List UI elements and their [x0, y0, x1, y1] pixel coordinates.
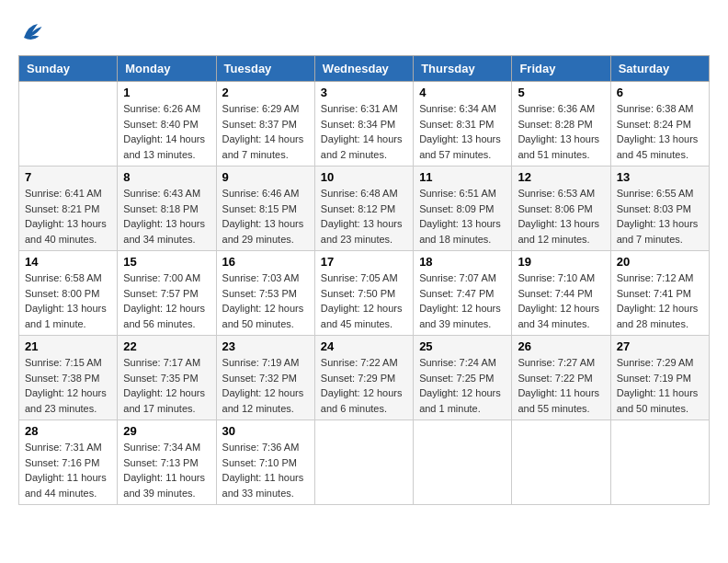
calendar-cell [314, 420, 413, 505]
calendar-cell: 9Sunrise: 6:46 AM Sunset: 8:15 PM Daylig… [216, 167, 314, 251]
calendar-cell: 6Sunrise: 6:38 AM Sunset: 8:24 PM Daylig… [610, 82, 709, 167]
logo [18, 18, 50, 46]
day-number: 30 [222, 424, 309, 438]
day-number: 5 [518, 86, 604, 99]
calendar-cell: 4Sunrise: 6:34 AM Sunset: 8:31 PM Daylig… [414, 82, 512, 167]
calendar-cell: 14Sunrise: 6:58 AM Sunset: 8:00 PM Dayli… [19, 251, 118, 336]
calendar-cell: 1Sunrise: 6:26 AM Sunset: 8:40 PM Daylig… [118, 82, 216, 167]
day-info: Sunrise: 6:48 AM Sunset: 8:12 PM Dayligh… [321, 186, 407, 247]
calendar-cell: 25Sunrise: 7:24 AM Sunset: 7:25 PM Dayli… [414, 336, 512, 420]
day-number: 1 [123, 86, 210, 99]
day-number: 23 [222, 339, 309, 353]
day-number: 3 [321, 86, 407, 99]
day-info: Sunrise: 7:05 AM Sunset: 7:50 PM Dayligh… [321, 270, 407, 331]
day-number: 14 [25, 255, 111, 269]
day-number: 4 [419, 86, 506, 99]
calendar-week-row: 14Sunrise: 6:58 AM Sunset: 8:00 PM Dayli… [19, 251, 710, 336]
day-number: 8 [123, 170, 210, 184]
day-info: Sunrise: 6:34 AM Sunset: 8:31 PM Dayligh… [419, 101, 506, 162]
calendar-cell: 24Sunrise: 7:22 AM Sunset: 7:29 PM Dayli… [314, 336, 413, 420]
day-info: Sunrise: 7:19 AM Sunset: 7:32 PM Dayligh… [222, 355, 309, 416]
day-info: Sunrise: 7:24 AM Sunset: 7:25 PM Dayligh… [419, 355, 506, 416]
day-number: 2 [222, 86, 309, 99]
day-info: Sunrise: 7:27 AM Sunset: 7:22 PM Dayligh… [518, 355, 604, 416]
calendar-cell: 29Sunrise: 7:34 AM Sunset: 7:13 PM Dayli… [118, 420, 216, 505]
calendar-cell: 28Sunrise: 7:31 AM Sunset: 7:16 PM Dayli… [19, 420, 118, 505]
day-number: 18 [419, 255, 506, 269]
calendar-cell: 13Sunrise: 6:55 AM Sunset: 8:03 PM Dayli… [610, 167, 709, 251]
calendar-cell [414, 420, 512, 505]
day-info: Sunrise: 7:17 AM Sunset: 7:35 PM Dayligh… [123, 355, 210, 416]
day-info: Sunrise: 6:55 AM Sunset: 8:03 PM Dayligh… [617, 186, 703, 247]
calendar-cell: 16Sunrise: 7:03 AM Sunset: 7:53 PM Dayli… [216, 251, 314, 336]
calendar-cell: 3Sunrise: 6:31 AM Sunset: 8:34 PM Daylig… [314, 82, 413, 167]
column-header-sunday: Sunday [19, 56, 118, 82]
calendar-week-row: 21Sunrise: 7:15 AM Sunset: 7:38 PM Dayli… [19, 336, 710, 420]
calendar-cell: 2Sunrise: 6:29 AM Sunset: 8:37 PM Daylig… [216, 82, 314, 167]
calendar-cell: 23Sunrise: 7:19 AM Sunset: 7:32 PM Dayli… [216, 336, 314, 420]
column-header-saturday: Saturday [610, 56, 709, 82]
day-info: Sunrise: 7:07 AM Sunset: 7:47 PM Dayligh… [419, 270, 506, 331]
calendar-cell: 10Sunrise: 6:48 AM Sunset: 8:12 PM Dayli… [314, 167, 413, 251]
calendar-cell: 7Sunrise: 6:41 AM Sunset: 8:21 PM Daylig… [19, 167, 118, 251]
day-info: Sunrise: 6:41 AM Sunset: 8:21 PM Dayligh… [25, 186, 111, 247]
calendar-cell: 20Sunrise: 7:12 AM Sunset: 7:41 PM Dayli… [610, 251, 709, 336]
day-info: Sunrise: 7:03 AM Sunset: 7:53 PM Dayligh… [222, 270, 309, 331]
column-header-friday: Friday [512, 56, 610, 82]
day-number: 19 [518, 255, 604, 269]
day-info: Sunrise: 7:22 AM Sunset: 7:29 PM Dayligh… [321, 355, 407, 416]
calendar-cell [610, 420, 709, 505]
calendar-cell: 18Sunrise: 7:07 AM Sunset: 7:47 PM Dayli… [414, 251, 512, 336]
day-number: 15 [123, 255, 210, 269]
calendar-cell: 26Sunrise: 7:27 AM Sunset: 7:22 PM Dayli… [512, 336, 610, 420]
calendar-table: SundayMondayTuesdayWednesdayThursdayFrid… [18, 55, 710, 505]
day-number: 28 [25, 424, 111, 438]
day-number: 27 [617, 339, 703, 353]
day-info: Sunrise: 6:46 AM Sunset: 8:15 PM Dayligh… [222, 186, 309, 247]
calendar-cell: 30Sunrise: 7:36 AM Sunset: 7:10 PM Dayli… [216, 420, 314, 505]
calendar-cell: 19Sunrise: 7:10 AM Sunset: 7:44 PM Dayli… [512, 251, 610, 336]
day-number: 13 [617, 170, 703, 184]
day-info: Sunrise: 7:15 AM Sunset: 7:38 PM Dayligh… [25, 355, 111, 416]
column-header-monday: Monday [118, 56, 216, 82]
day-info: Sunrise: 7:34 AM Sunset: 7:13 PM Dayligh… [123, 440, 210, 500]
day-number: 21 [25, 339, 111, 353]
calendar-cell: 22Sunrise: 7:17 AM Sunset: 7:35 PM Dayli… [118, 336, 216, 420]
calendar-week-row: 7Sunrise: 6:41 AM Sunset: 8:21 PM Daylig… [19, 167, 710, 251]
calendar-cell: 17Sunrise: 7:05 AM Sunset: 7:50 PM Dayli… [314, 251, 413, 336]
calendar-cell: 8Sunrise: 6:43 AM Sunset: 8:18 PM Daylig… [118, 167, 216, 251]
day-number: 17 [321, 255, 407, 269]
day-info: Sunrise: 6:36 AM Sunset: 8:28 PM Dayligh… [518, 101, 604, 162]
day-info: Sunrise: 7:36 AM Sunset: 7:10 PM Dayligh… [222, 440, 309, 500]
logo-icon [18, 18, 46, 46]
day-info: Sunrise: 6:29 AM Sunset: 8:37 PM Dayligh… [222, 101, 309, 162]
calendar-header-row: SundayMondayTuesdayWednesdayThursdayFrid… [19, 56, 710, 82]
calendar-cell [512, 420, 610, 505]
calendar-cell: 11Sunrise: 6:51 AM Sunset: 8:09 PM Dayli… [414, 167, 512, 251]
day-info: Sunrise: 7:10 AM Sunset: 7:44 PM Dayligh… [518, 270, 604, 331]
calendar-week-row: 1Sunrise: 6:26 AM Sunset: 8:40 PM Daylig… [19, 82, 710, 167]
day-number: 12 [518, 170, 604, 184]
day-info: Sunrise: 6:31 AM Sunset: 8:34 PM Dayligh… [321, 101, 407, 162]
calendar-cell: 5Sunrise: 6:36 AM Sunset: 8:28 PM Daylig… [512, 82, 610, 167]
day-number: 7 [25, 170, 111, 184]
column-header-tuesday: Tuesday [216, 56, 314, 82]
day-number: 9 [222, 170, 309, 184]
column-header-thursday: Thursday [414, 56, 512, 82]
calendar-cell: 21Sunrise: 7:15 AM Sunset: 7:38 PM Dayli… [19, 336, 118, 420]
calendar-cell: 12Sunrise: 6:53 AM Sunset: 8:06 PM Dayli… [512, 167, 610, 251]
day-info: Sunrise: 6:26 AM Sunset: 8:40 PM Dayligh… [123, 101, 210, 162]
day-number: 16 [222, 255, 309, 269]
day-number: 20 [617, 255, 703, 269]
day-info: Sunrise: 7:31 AM Sunset: 7:16 PM Dayligh… [25, 440, 111, 500]
column-header-wednesday: Wednesday [314, 56, 413, 82]
day-info: Sunrise: 6:58 AM Sunset: 8:00 PM Dayligh… [25, 270, 111, 331]
calendar-cell: 27Sunrise: 7:29 AM Sunset: 7:19 PM Dayli… [610, 336, 709, 420]
calendar-cell [19, 82, 118, 167]
day-info: Sunrise: 6:43 AM Sunset: 8:18 PM Dayligh… [123, 186, 210, 247]
day-number: 10 [321, 170, 407, 184]
day-info: Sunrise: 6:53 AM Sunset: 8:06 PM Dayligh… [518, 186, 604, 247]
calendar-week-row: 28Sunrise: 7:31 AM Sunset: 7:16 PM Dayli… [19, 420, 710, 505]
calendar-cell: 15Sunrise: 7:00 AM Sunset: 7:57 PM Dayli… [118, 251, 216, 336]
day-info: Sunrise: 6:38 AM Sunset: 8:24 PM Dayligh… [617, 101, 703, 162]
